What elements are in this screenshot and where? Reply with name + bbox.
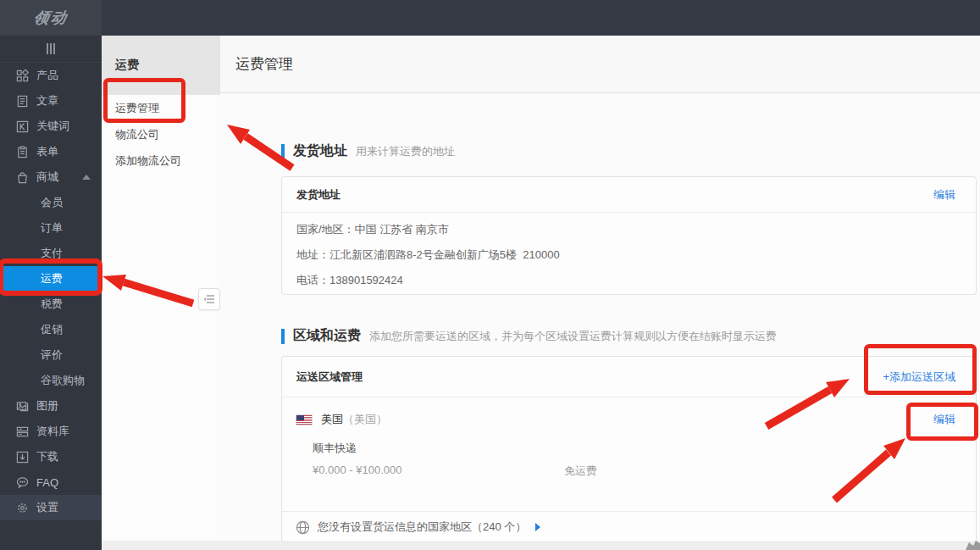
sidebar-item-orders[interactable]: 订单 [0,215,102,241]
section-desc: 用来计算运费的地址 [356,144,455,159]
card-title: 发货地址 [296,187,341,203]
sidebar-item-promotions[interactable]: 促销 [0,317,102,342]
free-shipping-label: 免运费 [564,464,597,479]
section-accent-bar [281,329,285,344]
edit-address-link[interactable]: 编辑 [933,187,955,203]
carrier-name: 顺丰快递 [282,441,976,456]
sidebar-item-keywords[interactable]: 关键词 [0,114,102,139]
sidebar-collapse-handle[interactable] [0,36,102,63]
gear-icon [16,502,29,514]
subnav-title: 运费 [102,36,220,95]
sidebar-item-articles[interactable]: 文章 [0,88,102,114]
chevron-right-icon [535,523,540,531]
subnav-item-shipping-management[interactable]: 运费管理 [102,95,220,121]
card-title: 运送区域管理 [296,369,363,385]
sidebar-item-payment[interactable]: 支付 [0,241,102,266]
sidebar-item-tax[interactable]: 税费 [0,292,102,317]
section-accent-bar [281,144,285,159]
subnav-item-add-logistics-company[interactable]: 添加物流公司 [102,147,220,174]
top-bar [0,0,980,36]
subnav-collapse-button[interactable] [198,288,220,310]
form-icon [16,146,29,158]
globe-icon [296,520,310,535]
sidebar-item-products[interactable]: 产品 [0,63,102,88]
ship-address-card: 发货地址 编辑 国家/地区：中国 江苏省 南京市 地址：江北新区浦泗路8-2号金… [281,176,977,295]
collapse-list-icon [203,294,215,304]
region-row-usa: 美国 （美国） 编辑 [282,412,976,427]
ship-address-section-header: 发货地址 用来计算运费的地址 [281,142,455,160]
subnav-item-logistics-companies[interactable]: 物流公司 [102,121,220,147]
regions-section-header: 区域和运费 添加您所需要运送的区域，并为每个区域设置运费计算规则以方便在结账时显… [281,327,777,345]
page-title: 运费管理 [235,54,293,74]
page-header: 运费管理 [220,36,980,93]
sidebar-item-forms[interactable]: 表单 [0,139,102,164]
chevron-up-icon [82,175,91,180]
main-sidebar: 产品 文章 关键词 表单 商城 会员 订单 支付 运费 税费 促销 评价 谷歌购… [0,36,102,550]
library-icon [16,425,29,438]
phone-line: 电话：138901592424 [296,268,961,293]
add-shipping-region-link[interactable]: +添加运送区域 [883,369,955,385]
products-grid-icon [16,69,29,82]
gallery-icon [16,400,29,413]
sidebar-item-gallery[interactable]: 图册 [0,393,102,419]
article-icon [16,95,29,108]
edit-region-link[interactable]: 编辑 [933,412,955,427]
sidebar-item-download[interactable]: 下载 [0,444,102,469]
section-title: 发货地址 [293,142,347,160]
price-range-row: ¥0.000 - ¥100.000 免运费 [282,464,976,476]
sidebar-item-google-shopping[interactable]: 谷歌购物 [0,368,102,393]
us-flag-icon [296,414,313,425]
price-range: ¥0.000 - ¥100.000 [313,464,402,476]
sidebar-item-faq[interactable]: FAQ [0,469,102,495]
sidebar-item-shipping[interactable]: 运费 [0,266,102,292]
faq-bubble-icon [16,476,29,489]
ship-address-body: 国家/地区：中国 江苏省 南京市 地址：江北新区浦泗路8-2号金融创新广场5楼 … [282,213,976,297]
section-title: 区域和运费 [293,327,361,345]
ship-address-card-header: 发货地址 编辑 [282,177,976,213]
mall-bag-icon [16,171,29,184]
app-logo: 领动 [0,0,102,36]
sidebar-item-members[interactable]: 会员 [0,190,102,215]
sidebar-item-mall[interactable]: 商城 [0,164,102,190]
address-line: 地址：江北新区浦泗路8-2号金融创新广场5楼 210000 [296,242,961,268]
keyword-icon [16,120,29,133]
regions-card-header: 运送区域管理 +添加运送区域 [282,357,976,397]
section-desc: 添加您所需要运送的区域，并为每个区域设置运费计算规则以方便在结账时显示运费 [369,329,777,344]
unset-countries-row[interactable]: 您没有设置货运信息的国家地区（240 个） [296,512,540,542]
country-line: 国家/地区：中国 江苏省 南京市 [296,217,961,242]
unset-countries-text: 您没有设置货运信息的国家地区（240 个） [318,519,526,535]
download-icon [16,451,29,464]
shipping-regions-card: 运送区域管理 +添加运送区域 美国 （美国） 编辑 顺丰快递 ¥0.000 - … [281,356,977,542]
sidebar-item-reviews[interactable]: 评价 [0,342,102,368]
sidebar-item-library[interactable]: 资料库 [0,419,102,444]
sidebar-item-settings[interactable]: 设置 [0,495,102,520]
